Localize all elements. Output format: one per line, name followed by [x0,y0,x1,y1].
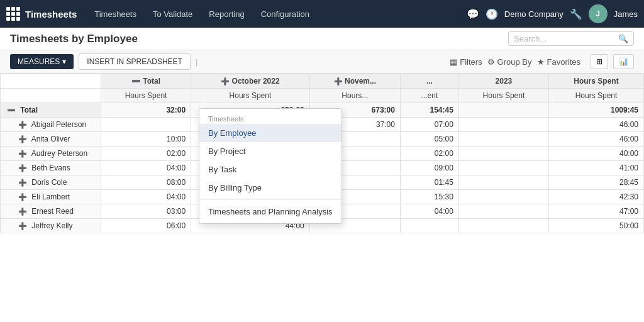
anita-hs: 46:00 [548,132,643,147]
company-name[interactable]: Demo Company [504,9,564,19]
beth-total: 04:00 [101,161,191,175]
nav-reporting[interactable]: Reporting [201,6,252,23]
dropdown-divider [199,199,341,200]
favorites-label: Favorites [547,57,580,67]
search-icon: 🔍 [618,34,628,43]
sub-col-2023: Hours Spent [458,89,548,103]
favorites-button[interactable]: ★ Favorites [537,57,580,67]
col-nov-header: ➕ Novem... [309,74,400,89]
abigail-more: 07:00 [400,118,458,132]
nav-to-validate[interactable]: To Validate [145,6,200,23]
col-total-header: ➖ Total [101,74,191,89]
eli-total: 04:00 [101,190,191,204]
ernest-expand-btn[interactable]: ➕ [18,208,27,215]
jeffrey-expand-btn[interactable]: ➕ [18,222,27,230]
audrey-expand-btn[interactable]: ➕ [18,150,27,157]
brand-label: Timesheets [25,9,77,19]
sub-col-more: ...ent [400,89,458,103]
jeffrey-2023 [458,219,548,233]
measures-button[interactable]: MEASURES ▾ [10,54,74,69]
row-abigail-label: ➕ Abigail Peterson [1,118,101,132]
anita-expand-btn[interactable]: ➕ [18,135,27,143]
group-by-button[interactable]: ⚙ Group By [487,57,532,67]
pivot-view-button[interactable]: ⊞ [591,54,608,69]
wrench-icon[interactable]: 🔧 [570,8,582,20]
doris-total: 08:00 [101,175,191,190]
sub-col-total-hs: Hours Spent [548,89,643,103]
col-nov-expand[interactable]: ➕ [334,77,343,85]
group-icon: ⚙ [487,57,495,67]
beth-2023 [458,161,548,175]
avatar[interactable]: J [589,4,608,23]
search-box[interactable]: Search... 🔍 [508,31,634,46]
col-oct22-expand[interactable]: ➕ [221,77,230,85]
star-icon: ★ [537,57,545,67]
beth-more: 09:00 [400,161,458,175]
abigail-2023 [458,118,548,132]
sub-col-nov: Hours... [309,89,400,103]
search-placeholder: Search... [514,34,618,43]
row-eli-label: ➕ Eli Lambert [1,190,101,204]
doris-expand-btn[interactable]: ➕ [18,179,27,186]
filters-button[interactable]: ▦ Filters [450,57,482,67]
doris-more: 01:45 [400,175,458,190]
doris-2023 [458,175,548,190]
total-more: 154:45 [400,103,458,118]
beth-hs: 41:00 [548,161,643,175]
eli-expand-btn[interactable]: ➕ [18,193,27,201]
filters-label: Filters [460,57,482,67]
dropdown-by-project[interactable]: By Project [199,142,341,160]
dropdown-planning-analysis[interactable]: Timesheets and Planning Analysis [199,203,341,221]
nav-timesheets[interactable]: Timesheets [87,6,144,23]
abigail-expand-btn[interactable]: ➕ [18,121,27,128]
audrey-hs: 40:00 [548,147,643,161]
row-anita-label: ➕ Anita Oliver [1,132,101,147]
ernest-hs: 47:00 [548,204,643,219]
actionbar-right: ▦ Filters ⚙ Group By ★ Favorites ⊞ 📊 [450,54,634,69]
nav-configuration[interactable]: Configuration [253,6,317,23]
clock-icon[interactable]: 🕐 [486,8,498,20]
topnav-right: 💬 🕐 Demo Company 🔧 J James [467,4,638,23]
audrey-2023 [458,147,548,161]
dropdown-section-label: Timesheets [199,111,341,124]
group-by-label: Group By [497,57,532,67]
anita-2023 [458,132,548,147]
row-beth-label: ➕ Beth Evans [1,161,101,175]
row-total-label: ➖ Total [1,103,101,118]
dropdown-by-employee[interactable]: By Employee [199,124,341,142]
anita-more: 05:00 [400,132,458,147]
grid-icon [6,7,20,21]
sub-col-total: Hours Spent [101,89,191,103]
measures-label: MEASURES [18,57,60,66]
row-jeffrey-label: ➕ Jeffrey Kelly [1,219,101,233]
row-doris-label: ➕ Doris Cole [1,175,101,190]
col-hours-spent-header: Hours Spent [548,74,643,89]
audrey-total: 02:00 [101,147,191,161]
dropdown-by-task[interactable]: By Task [199,160,341,179]
eli-2023 [458,190,548,204]
doris-hs: 28:45 [548,175,643,190]
ernest-total: 03:00 [101,204,191,219]
beth-expand-btn[interactable]: ➕ [18,164,27,172]
timesheets-dropdown: Timesheets By Employee By Project By Tas… [199,108,342,224]
col-2023-header: 2023 [458,74,548,89]
total-expand-btn[interactable]: ➖ [7,106,16,114]
chart-view-button[interactable]: 📊 [613,54,634,69]
insert-spreadsheet-button[interactable]: INSERT IN SPREADSHEET [79,53,191,70]
sub-col-oct22: Hours Spent [191,89,310,103]
col-total-collapse[interactable]: ➖ [131,77,141,86]
action-bar: MEASURES ▾ INSERT IN SPREADSHEET | ▦ Fil… [0,50,644,74]
chat-icon[interactable]: 💬 [467,8,479,20]
dropdown-by-billing-type[interactable]: By Billing Type [199,179,341,197]
app-brand[interactable]: Timesheets [6,7,77,21]
total-oct-total: 32:00 [101,103,191,118]
row-audrey-label: ➕ Audrey Peterson [1,147,101,161]
row-ernest-label: ➕ Ernest Reed [1,204,101,219]
ernest-2023 [458,204,548,219]
top-menu: Timesheets To Validate Reporting Configu… [87,6,464,23]
filter-icon: ▦ [450,57,457,67]
ernest-more: 04:00 [400,204,458,219]
col-oct22-header: ➕ October 2022 [191,74,310,89]
eli-more: 15:30 [400,190,458,204]
jeffrey-total: 06:00 [101,219,191,233]
